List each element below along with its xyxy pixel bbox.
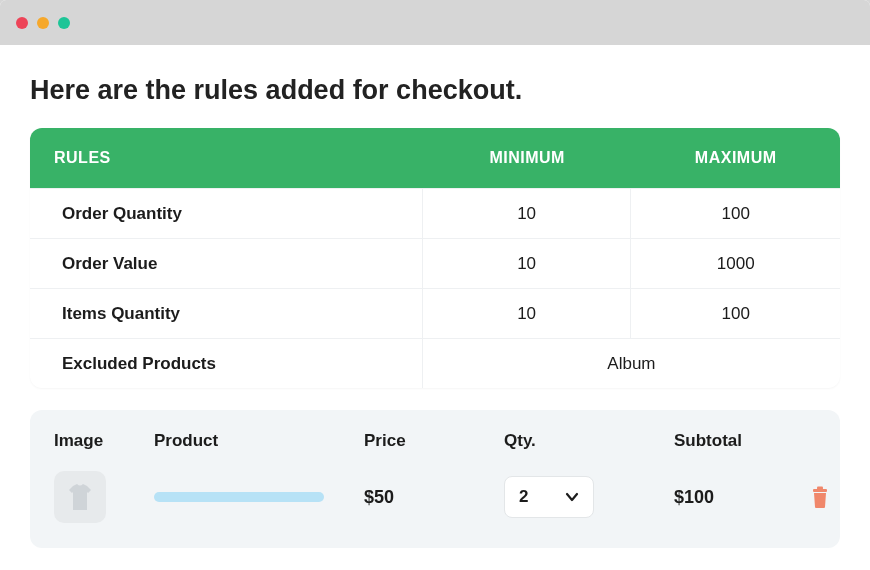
cart-table-header: Image Product Price Qty. Subtotal bbox=[30, 420, 840, 462]
rules-cell-max: 100 bbox=[631, 289, 840, 338]
cart-header-qty: Qty. bbox=[504, 431, 674, 451]
page-title: Here are the rules added for checkout. bbox=[30, 75, 840, 106]
product-thumbnail bbox=[54, 471, 106, 523]
rules-cell-name: Items Quantity bbox=[30, 289, 423, 338]
remove-item-button[interactable] bbox=[804, 481, 836, 513]
cart-header-image: Image bbox=[54, 431, 154, 451]
window-minimize-button[interactable] bbox=[37, 17, 49, 29]
trash-icon bbox=[810, 486, 830, 508]
qty-select[interactable]: 2 bbox=[504, 476, 594, 518]
svg-rect-1 bbox=[817, 487, 823, 490]
cart-cell-qty: 2 bbox=[504, 476, 674, 518]
rules-header-max: MAXIMUM bbox=[631, 149, 840, 167]
rules-row-excluded: Excluded Products Album bbox=[30, 338, 840, 388]
chevron-down-icon bbox=[565, 490, 579, 504]
rules-row-order-value: Order Value 10 1000 bbox=[30, 238, 840, 288]
cart-header-subtotal: Subtotal bbox=[674, 431, 804, 451]
cart-cell-price: $50 bbox=[364, 487, 504, 508]
rules-header-rules: RULES bbox=[30, 149, 423, 167]
rules-cell-name: Excluded Products bbox=[30, 339, 423, 388]
rules-table-header: RULES MINIMUM MAXIMUM bbox=[30, 128, 840, 188]
rules-row-order-quantity: Order Quantity 10 100 bbox=[30, 188, 840, 238]
rules-cell-max: 100 bbox=[631, 189, 840, 238]
rules-cell-min: 10 bbox=[423, 289, 632, 338]
rules-row-items-quantity: Items Quantity 10 100 bbox=[30, 288, 840, 338]
rules-cell-min: 10 bbox=[423, 189, 632, 238]
rules-header-min: MINIMUM bbox=[423, 149, 632, 167]
cart-cell-actions bbox=[804, 481, 864, 513]
shirt-icon bbox=[63, 480, 97, 514]
app-window: Here are the rules added for checkout. R… bbox=[0, 0, 870, 570]
rules-cell-excluded-value: Album bbox=[423, 339, 840, 388]
rules-cell-name: Order Value bbox=[30, 239, 423, 288]
window-close-button[interactable] bbox=[16, 17, 28, 29]
rules-cell-max: 1000 bbox=[631, 239, 840, 288]
cart-table: Image Product Price Qty. Subtotal bbox=[30, 410, 840, 548]
window-maximize-button[interactable] bbox=[58, 17, 70, 29]
cart-header-product: Product bbox=[154, 431, 364, 451]
window-titlebar bbox=[0, 0, 870, 45]
main-content: Here are the rules added for checkout. R… bbox=[0, 45, 870, 568]
cart-row: $50 2 $100 bbox=[30, 462, 840, 532]
product-name-placeholder bbox=[154, 492, 324, 502]
cart-cell-product bbox=[154, 492, 364, 502]
rules-table: RULES MINIMUM MAXIMUM Order Quantity 10 … bbox=[30, 128, 840, 388]
cart-header-price: Price bbox=[364, 431, 504, 451]
rules-cell-min: 10 bbox=[423, 239, 632, 288]
cart-cell-subtotal: $100 bbox=[674, 487, 804, 508]
cart-cell-image bbox=[54, 471, 154, 523]
qty-value: 2 bbox=[519, 487, 528, 507]
rules-cell-name: Order Quantity bbox=[30, 189, 423, 238]
